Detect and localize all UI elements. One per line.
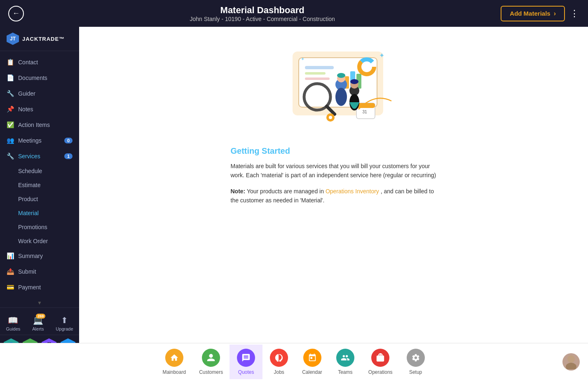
- sidebar-item-payment[interactable]: 💳 Payment: [0, 279, 79, 295]
- sidebar-label-promotions: Promotions: [18, 224, 47, 230]
- quotes-label: Quotes: [238, 369, 254, 375]
- page-title: Material Dashboard: [190, 5, 335, 16]
- bottom-nav-alerts[interactable]: 💻 269 Alerts: [32, 315, 44, 331]
- teams-icon: [336, 349, 354, 367]
- quotes-icon: [237, 349, 255, 367]
- content-area: 31: [79, 27, 588, 343]
- top-header: ← Material Dashboard John Stanly - 10190…: [0, 0, 588, 27]
- sidebar-label-meetings: Meetings: [18, 137, 42, 144]
- jobs-icon: [270, 349, 288, 367]
- guider-icon: 🔧: [7, 90, 14, 97]
- sidebar-label-product: Product: [18, 196, 38, 202]
- user-bar-user[interactable]: 👤: [4, 338, 19, 343]
- getting-started-section: Getting Started Materials are built for …: [231, 146, 437, 205]
- svg-rect-2: [305, 66, 334, 69]
- sidebar-item-contact[interactable]: 📋 Contact: [0, 54, 79, 70]
- taskbar-mainboard[interactable]: Mainboard: [156, 345, 192, 379]
- add-materials-button[interactable]: Add Materials ›: [501, 6, 565, 21]
- svg-point-27: [567, 355, 575, 363]
- sidebar-bottom: 📖 Guides 💻 269 Alerts ⬆ Upgrade 👤 $ 💬 👥: [0, 307, 79, 343]
- operations-inventory-link[interactable]: Operations Inventory: [326, 188, 379, 195]
- setup-label: Setup: [409, 369, 422, 375]
- sidebar-sub-product[interactable]: Product: [0, 192, 79, 206]
- sidebar-sub-work-order[interactable]: Work Order: [0, 234, 79, 248]
- user-bar-chat[interactable]: 💬: [42, 338, 56, 343]
- payment-icon: 💳: [7, 284, 14, 291]
- sidebar-sub-material[interactable]: Material: [0, 206, 79, 220]
- services-icon: 🔧: [7, 152, 14, 160]
- sidebar-item-action-items[interactable]: ✅ Action Items: [0, 117, 79, 133]
- sidebar-label-schedule: Schedule: [18, 168, 42, 174]
- sidebar-label-contact: Contact: [18, 59, 38, 66]
- taskbar-jobs[interactable]: Jobs: [262, 345, 295, 379]
- note-text: Your products are managed in: [247, 188, 326, 195]
- alerts-badge: 269: [36, 314, 45, 319]
- sidebar-label-services: Services: [18, 153, 40, 160]
- teams-label: Teams: [338, 369, 352, 375]
- taskbar: Mainboard Customers Quotes Jobs Calendar…: [0, 343, 588, 380]
- bottom-nav-guides[interactable]: 📖 Guides: [6, 315, 20, 331]
- logo-text: JACKTRADE™: [22, 36, 65, 42]
- submit-icon: 📤: [7, 268, 14, 275]
- bottom-nav-upgrade[interactable]: ⬆ Upgrade: [56, 315, 73, 331]
- mainboard-label: Mainboard: [162, 369, 186, 375]
- svg-rect-3: [305, 72, 326, 75]
- sidebar-label-notes: Notes: [18, 106, 33, 113]
- sidebar-item-meetings[interactable]: 👥 Meetings 0: [0, 133, 79, 148]
- user-bar-dollar[interactable]: $: [23, 338, 37, 343]
- calendar-icon: [303, 349, 321, 367]
- sidebar-user-bar: 👤 $ 💬 👥: [0, 335, 79, 343]
- sidebar-label-documents: Documents: [18, 75, 47, 81]
- setup-icon: [407, 349, 425, 367]
- header-right: Add Materials › ⋮: [501, 6, 580, 21]
- sidebar-item-notes[interactable]: 📌 Notes: [0, 101, 79, 117]
- sidebar-label-summary: Summary: [18, 253, 43, 259]
- meetings-icon: 👥: [7, 137, 14, 144]
- taskbar-setup[interactable]: Setup: [399, 345, 432, 379]
- sidebar-sub-promotions[interactable]: Promotions: [0, 220, 79, 234]
- svg-rect-4: [305, 77, 330, 80]
- illustration: 31: [268, 43, 400, 134]
- jobs-label: Jobs: [274, 369, 284, 375]
- sidebar-item-documents[interactable]: 📄 Documents: [0, 70, 79, 86]
- sidebar-label-payment: Payment: [18, 284, 41, 291]
- taskbar-quotes[interactable]: Quotes: [230, 345, 262, 379]
- svg-text:✦: ✦: [301, 56, 305, 61]
- svg-point-22: [350, 79, 358, 84]
- summary-icon: 📊: [7, 252, 14, 260]
- content-inner: 31: [79, 27, 588, 343]
- taskbar-teams[interactable]: Teams: [329, 345, 362, 379]
- sidebar-sub-estimate[interactable]: Estimate: [0, 178, 79, 192]
- sidebar-label-work-order: Work Order: [18, 238, 48, 244]
- mainboard-icon: [165, 349, 183, 367]
- logo-area: JT JACKTRADE™: [0, 27, 79, 51]
- main-layout: JT JACKTRADE™ 📋 Contact 📄 Documents 🔧 Gu…: [0, 27, 588, 343]
- getting-started-title: Getting Started: [231, 146, 437, 156]
- operations-label: Operations: [368, 369, 393, 375]
- taskbar-calendar[interactable]: Calendar: [295, 345, 329, 379]
- svg-point-16: [335, 88, 347, 106]
- back-icon: ←: [12, 9, 20, 18]
- user-avatar[interactable]: [562, 353, 580, 371]
- calendar-label: Calendar: [302, 369, 322, 375]
- user-bar-people[interactable]: 👥: [61, 338, 75, 343]
- sidebar-item-guider[interactable]: 🔧 Guider: [0, 86, 79, 101]
- upgrade-label: Upgrade: [56, 326, 73, 331]
- back-button[interactable]: ←: [8, 6, 24, 21]
- sidebar-item-submit[interactable]: 📤 Submit: [0, 264, 79, 279]
- header-title-section: Material Dashboard John Stanly - 10190 -…: [190, 5, 335, 22]
- sidebar-item-summary[interactable]: 📊 Summary: [0, 248, 79, 264]
- svg-text:✦: ✦: [379, 52, 384, 59]
- notes-icon: 📌: [7, 106, 14, 113]
- note-label: Note:: [231, 188, 246, 195]
- taskbar-operations[interactable]: Operations: [362, 345, 399, 379]
- sidebar-item-services[interactable]: 🔧 Services 1: [0, 148, 79, 164]
- sidebar-sub-schedule[interactable]: Schedule: [0, 164, 79, 178]
- taskbar-customers[interactable]: Customers: [192, 345, 230, 379]
- guides-label: Guides: [6, 326, 20, 331]
- page-subtitle: John Stanly - 10190 - Active - Commercia…: [190, 16, 335, 22]
- more-options-button[interactable]: ⋮: [570, 8, 580, 19]
- add-materials-label: Add Materials: [510, 10, 550, 17]
- sidebar-label-submit: Submit: [18, 268, 36, 275]
- note-paragraph: Note: Your products are managed in Opera…: [231, 187, 437, 205]
